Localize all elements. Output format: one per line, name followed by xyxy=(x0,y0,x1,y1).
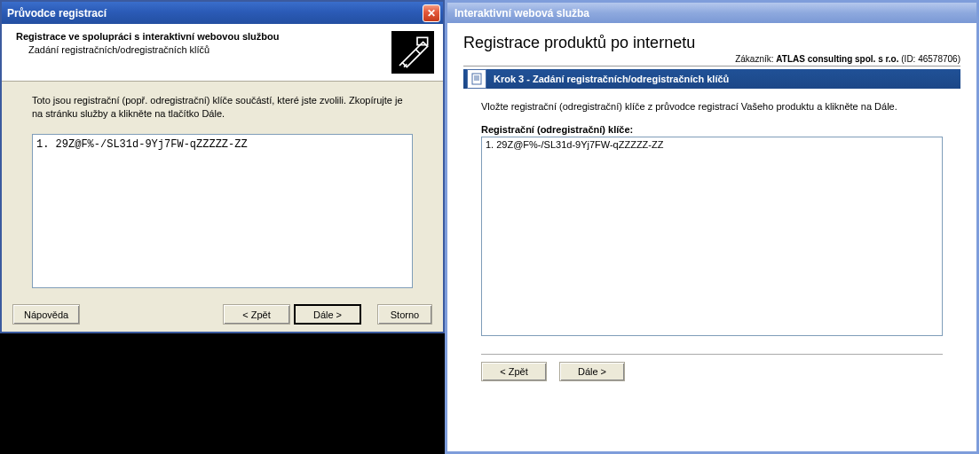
wizard-window: Průvodce registrací ✕ Registrace ve spol… xyxy=(0,0,445,333)
page-title: Registrace produktů po internetu xyxy=(463,34,960,52)
web-body: Registrace produktů po internetu Zákazní… xyxy=(447,23,976,451)
close-button[interactable]: ✕ xyxy=(423,4,440,22)
web-button-bar: < Zpět Dále > xyxy=(463,362,960,381)
web-next-button[interactable]: Dále > xyxy=(559,362,625,381)
step-label: Krok 3 - Zadání registračních/odregistra… xyxy=(492,74,729,84)
divider xyxy=(481,354,943,355)
document-icon xyxy=(467,69,486,89)
next-button[interactable]: Dále > xyxy=(294,304,361,325)
wizard-header-panel: Registrace ve spolupráci s interaktivní … xyxy=(2,24,443,82)
customer-name: ATLAS consulting spol. s r.o. xyxy=(776,54,898,64)
cancel-button[interactable]: Storno xyxy=(377,304,432,325)
wizard-header-subtitle: Zadání registračních/odregistračních klí… xyxy=(11,44,391,55)
close-icon: ✕ xyxy=(427,7,436,20)
web-title: Interaktivní webová služba xyxy=(454,7,589,20)
wizard-titlebar[interactable]: Průvodce registrací ✕ xyxy=(2,2,443,24)
help-button[interactable]: Nápověda xyxy=(12,304,80,325)
web-instruction: Vložte registrační (odregistrační) klíče… xyxy=(463,101,960,112)
web-back-button[interactable]: < Zpět xyxy=(481,362,547,381)
wizard-button-bar: Nápověda < Zpět Dále > Storno xyxy=(2,297,443,332)
keys-label: Registrační (odregistrační) klíče: xyxy=(463,124,960,135)
web-service-window: Interaktivní webová služba Registrace pr… xyxy=(445,0,979,454)
wizard-header-text: Registrace ve spolupráci s interaktivní … xyxy=(11,31,391,55)
back-button[interactable]: < Zpět xyxy=(223,304,290,325)
wizard-title: Průvodce registrací xyxy=(7,7,107,20)
wizard-instruction: Toto jsou registrační (popř. odregistrač… xyxy=(32,94,413,121)
customer-info: Zákazník: ATLAS consulting spol. s r.o. … xyxy=(463,54,960,67)
customer-label: Zákazník: xyxy=(735,54,773,64)
black-background xyxy=(0,333,445,454)
web-keys-textarea[interactable] xyxy=(481,137,943,336)
registration-keys-textarea[interactable] xyxy=(32,134,413,288)
wizard-header-title: Registrace ve spolupráci s interaktivní … xyxy=(11,31,391,42)
web-titlebar[interactable]: Interaktivní webová služba xyxy=(447,3,976,23)
customer-id: (ID: 46578706) xyxy=(901,54,960,64)
svg-rect-1 xyxy=(472,74,481,84)
registration-icon xyxy=(391,31,434,74)
wizard-content: Toto jsou registrační (popř. odregistrač… xyxy=(2,82,443,297)
step-bar: Krok 3 - Zadání registračních/odregistra… xyxy=(463,69,960,89)
